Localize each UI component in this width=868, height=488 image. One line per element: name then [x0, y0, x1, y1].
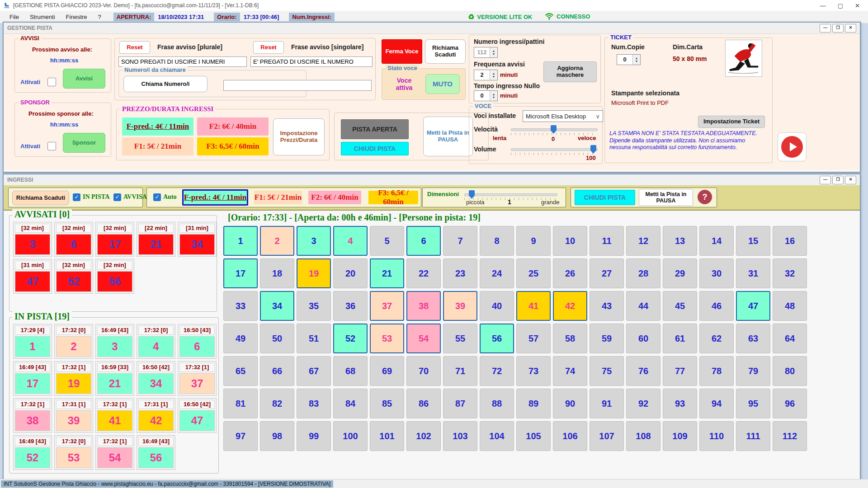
in-pista-tile-39[interactable]: 17:31 [1]39 [54, 398, 93, 433]
grid-cell-107[interactable]: 107 [590, 421, 624, 451]
reset-plurale-button[interactable]: Reset [119, 41, 150, 54]
num-copie-spinner[interactable]: 0▲▼ [617, 54, 641, 65]
auto-checkbox[interactable]: ✓ [153, 193, 161, 201]
grid-cell-8[interactable]: 8 [480, 226, 514, 256]
in-pista-tile-47[interactable]: 16:50 [42]47 [178, 398, 217, 433]
grid-cell-62[interactable]: 62 [699, 324, 734, 353]
grid-cell-1[interactable]: 1 [223, 226, 258, 256]
grid-cell-97[interactable]: 97 [223, 421, 258, 451]
frase-singolare-input[interactable] [250, 56, 373, 67]
grid-cell-87[interactable]: 87 [443, 389, 477, 418]
grid-cell-17[interactable]: 17 [223, 258, 258, 288]
grid-cell-88[interactable]: 88 [480, 389, 514, 418]
grid-cell-86[interactable]: 86 [406, 389, 441, 418]
grid-cell-33[interactable]: 33 [223, 291, 258, 321]
chiama-numeri-button[interactable]: Chiama Numero/i [123, 76, 208, 92]
avvisati-tile-6[interactable]: [32 min]6 [54, 222, 93, 257]
avvisati-tile-56[interactable]: [32 min]56 [95, 259, 134, 294]
grid-cell-85[interactable]: 85 [370, 389, 404, 418]
grid-cell-45[interactable]: 45 [663, 291, 697, 321]
grid-cell-68[interactable]: 68 [333, 356, 368, 386]
dimensioni-slider[interactable] [464, 193, 557, 196]
in-pista-tile-19[interactable]: 17:32 [1]19 [54, 361, 93, 396]
grid-cell-6[interactable]: 6 [406, 226, 441, 256]
grid-cell-53[interactable]: 53 [370, 324, 404, 353]
sponsor-button[interactable]: Sponsor [63, 133, 105, 153]
grid-cell-52[interactable]: 52 [333, 324, 368, 353]
play-button[interactable] [778, 132, 807, 161]
grid-cell-39[interactable]: 39 [443, 291, 477, 321]
grid-cell-50[interactable]: 50 [260, 324, 294, 353]
grid-cell-43[interactable]: 43 [590, 291, 624, 321]
grid-cell-66[interactable]: 66 [260, 356, 294, 386]
grid-cell-57[interactable]: 57 [516, 324, 551, 353]
grid-cell-110[interactable]: 110 [699, 421, 734, 451]
grid-cell-77[interactable]: 77 [663, 356, 697, 386]
grid-cell-100[interactable]: 100 [333, 421, 368, 451]
grid-cell-109[interactable]: 109 [663, 421, 697, 451]
child-close-icon[interactable]: ✕ [845, 176, 856, 184]
grid-cell-94[interactable]: 94 [699, 389, 734, 418]
grid-cell-65[interactable]: 65 [223, 356, 258, 386]
grid-cell-58[interactable]: 58 [553, 324, 587, 353]
muto-button[interactable]: MUTO [425, 74, 460, 94]
grid-cell-44[interactable]: 44 [626, 291, 660, 321]
grid-cell-76[interactable]: 76 [626, 356, 660, 386]
menu-finestre[interactable]: Finestre [61, 12, 92, 22]
voci-installate-select[interactable]: Microsoft Elsa Desktop∨ [523, 110, 603, 122]
child-minimize-icon[interactable]: — [820, 24, 831, 33]
volume-slider[interactable] [511, 148, 598, 151]
impostazione-ticket-button[interactable]: Impostazione Ticket [698, 116, 765, 128]
grid-cell-21[interactable]: 21 [370, 258, 404, 288]
grid-cell-63[interactable]: 63 [736, 324, 770, 353]
grid-cell-41[interactable]: 41 [516, 291, 551, 321]
grid-cell-46[interactable]: 46 [699, 291, 734, 321]
fascia-fpred-button[interactable]: F-pred.: 4€ / 11min [122, 117, 193, 136]
grid-cell-7[interactable]: 7 [443, 226, 477, 256]
avvisati-tile-52[interactable]: [32 min]52 [54, 259, 93, 294]
impostazione-prezzi-button[interactable]: Impostazione Prezzi/Durata [273, 118, 325, 155]
grid-cell-22[interactable]: 22 [406, 258, 441, 288]
grid-cell-30[interactable]: 30 [699, 258, 734, 288]
pausa-pista-button[interactable]: Metti la Pista in PAUSA [423, 117, 473, 156]
grid-cell-83[interactable]: 83 [297, 389, 331, 418]
numeri-da-chiamare-input[interactable] [223, 80, 372, 91]
grid-cell-92[interactable]: 92 [626, 389, 660, 418]
in-pista-tile-3[interactable]: 16:49 [43]3 [95, 324, 134, 359]
grid-cell-60[interactable]: 60 [626, 324, 660, 353]
grid-cell-29[interactable]: 29 [663, 258, 697, 288]
grid-cell-80[interactable]: 80 [773, 356, 807, 386]
grid-cell-38[interactable]: 38 [406, 291, 441, 321]
fascia-f3-button[interactable]: F3: 6,5€ / 60min [197, 137, 269, 155]
grid-cell-32[interactable]: 32 [773, 258, 807, 288]
grid-cell-49[interactable]: 49 [223, 324, 258, 353]
grid-cell-11[interactable]: 11 [590, 226, 624, 256]
grid-cell-78[interactable]: 78 [699, 356, 734, 386]
grid-cell-99[interactable]: 99 [297, 421, 331, 451]
in-pista-tile-34[interactable]: 16:50 [42]34 [137, 361, 175, 396]
grid-cell-5[interactable]: 5 [370, 226, 404, 256]
chiudi-pista-button[interactable]: CHIUDI PISTA [341, 142, 409, 155]
grid-cell-74[interactable]: 74 [553, 356, 587, 386]
in-pista-tile-6[interactable]: 16:50 [43]6 [178, 324, 217, 359]
grid-cell-48[interactable]: 48 [773, 291, 807, 321]
child-minimize-icon[interactable]: — [820, 176, 831, 184]
child-restore-icon[interactable]: ❐ [832, 176, 844, 184]
grid-cell-61[interactable]: 61 [663, 324, 697, 353]
grid-cell-20[interactable]: 20 [333, 258, 368, 288]
grid-cell-111[interactable]: 111 [736, 421, 770, 451]
grid-cell-13[interactable]: 13 [663, 226, 697, 256]
menu-strumenti[interactable]: Strumenti [25, 12, 60, 22]
toolbar-fascia-fpred-button[interactable]: F-pred.: 4€ / 11min [182, 189, 248, 206]
help-button[interactable]: ? [698, 190, 712, 204]
grid-cell-18[interactable]: 18 [260, 258, 294, 288]
grid-cell-73[interactable]: 73 [516, 356, 551, 386]
in-pista-tile-38[interactable]: 17:32 [1]38 [13, 398, 52, 433]
grid-cell-37[interactable]: 37 [370, 291, 404, 321]
grid-cell-4[interactable]: 4 [333, 226, 368, 256]
toolbar-pausa-button[interactable]: Metti la Pista in PAUSA [639, 189, 693, 206]
grid-cell-35[interactable]: 35 [297, 291, 331, 321]
avvisati-tile-3[interactable]: [32 min]3 [13, 222, 52, 257]
child-close-icon[interactable]: ✕ [845, 24, 856, 33]
toolbar-richiama-scaduti-button[interactable]: Richiama Scaduti [12, 191, 69, 205]
